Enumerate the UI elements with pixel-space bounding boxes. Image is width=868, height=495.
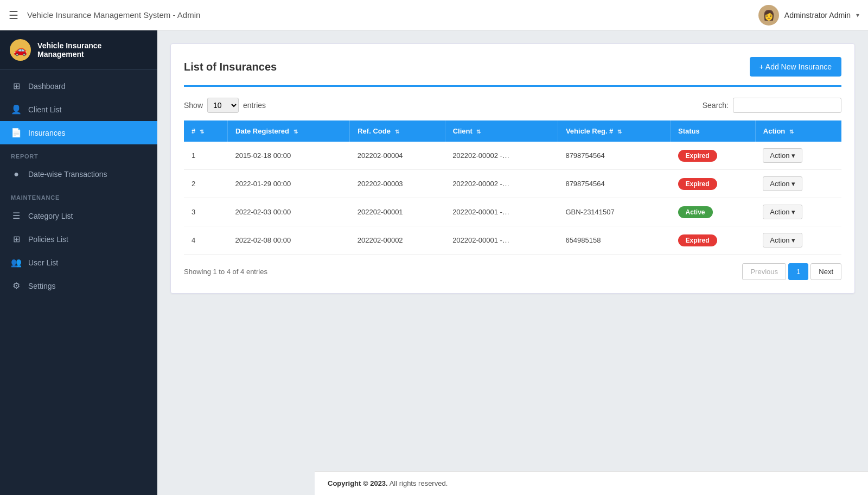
search-box: Search: — [703, 98, 841, 113]
previous-page-button[interactable]: Previous — [742, 263, 786, 280]
footer: Copyright © 2023. All rights reserved. — [315, 471, 868, 495]
action-button[interactable]: Action ▾ — [763, 176, 802, 191]
insurances-table: # ⇅ Date Registered ⇅ Ref. Code ⇅ Clie — [184, 120, 841, 255]
show-label: Show — [184, 101, 203, 110]
cell-action: Action ▾ — [755, 226, 841, 255]
sidebar-item-dashboard-label: Dashboard — [28, 82, 66, 91]
cell-action: Action ▾ — [755, 198, 841, 226]
user-menu[interactable]: 👩 Adminstrator Admin ▾ — [758, 5, 859, 26]
sidebar-item-settings[interactable]: ⚙ Settings — [0, 274, 157, 297]
brand-icon: 🚗 — [10, 39, 31, 61]
sidebar-brand: 🚗 Vehicle Insurance Management — [0, 30, 157, 70]
cell-vehicle-reg: 8798754564 — [558, 170, 670, 198]
cell-date-registered: 2022-01-29 00:00 — [228, 170, 350, 198]
table-header-row: # ⇅ Date Registered ⇅ Ref. Code ⇅ Clie — [184, 120, 841, 142]
cell-status: Expired — [671, 226, 756, 255]
page-title: List of Insurances — [184, 61, 277, 73]
user-dropdown-arrow-icon: ▾ — [856, 11, 859, 19]
cell-num: 1 — [184, 142, 228, 170]
sidebar-item-category-label: Category List — [28, 212, 73, 220]
cell-ref-code: 202202-00001 — [350, 198, 445, 226]
dropdown-arrow-icon: ▾ — [792, 208, 795, 216]
cell-vehicle-reg: 654985158 — [558, 226, 670, 255]
user-avatar: 👩 — [758, 5, 779, 26]
cell-date-registered: 2022-02-08 00:00 — [228, 226, 350, 255]
sidebar-item-date-wise-transactions[interactable]: ● Date-wise Transactions — [0, 163, 157, 186]
cell-action: Action ▾ — [755, 142, 841, 170]
action-button[interactable]: Action ▾ — [763, 233, 802, 248]
search-input[interactable] — [733, 98, 841, 113]
user-list-icon: 👥 — [11, 257, 22, 268]
entries-per-page-select[interactable]: 10 25 50 100 — [207, 98, 239, 113]
sidebar-item-policies-label: Policies List — [28, 235, 68, 244]
col-vehicle-reg[interactable]: Vehicle Reg. # ⇅ — [558, 120, 670, 142]
next-page-button[interactable]: Next — [810, 263, 841, 280]
sidebar-item-user-list[interactable]: 👥 User List — [0, 251, 157, 274]
menu-toggle-icon[interactable]: ☰ — [9, 9, 18, 22]
table-controls: Show 10 25 50 100 entries Search: — [184, 98, 841, 113]
action-button[interactable]: Action ▾ — [763, 205, 802, 219]
status-badge: Expired — [678, 234, 717, 246]
sidebar-item-dashboard[interactable]: ⊞ Dashboard — [0, 74, 157, 98]
table-row: 1 2015-02-18 00:00 202202-00004 202202-0… — [184, 142, 841, 170]
sidebar-item-insurances-label: Insurances — [28, 129, 65, 137]
cell-num: 3 — [184, 198, 228, 226]
main-content: List of Insurances + Add New Insurance S… — [157, 30, 868, 495]
content-card: List of Insurances + Add New Insurance S… — [170, 43, 855, 294]
cell-client: 202202-00002 -… — [445, 142, 558, 170]
content-area: List of Insurances + Add New Insurance S… — [157, 30, 868, 471]
sort-arrows-icon: ⇅ — [293, 129, 298, 135]
entries-info: Showing 1 to 4 of 4 entries — [184, 268, 267, 276]
cell-status: Active — [671, 198, 756, 226]
sort-arrows-icon: ⇅ — [476, 129, 481, 135]
col-action[interactable]: Action ⇅ — [755, 120, 841, 142]
status-badge: Expired — [678, 178, 717, 190]
page-header: List of Insurances + Add New Insurance — [184, 57, 841, 87]
pagination: Previous 1 Next — [742, 263, 841, 280]
sidebar-item-client-label: Client List — [28, 105, 61, 114]
col-status[interactable]: Status — [671, 120, 756, 142]
sidebar-item-insurances[interactable]: 📄 Insurances — [0, 121, 157, 144]
sort-arrows-icon: ⇅ — [395, 129, 399, 135]
sidebar-nav: ⊞ Dashboard 👤 Client List 📄 Insurances R… — [0, 70, 157, 495]
cell-action: Action ▾ — [755, 170, 841, 198]
cell-num: 4 — [184, 226, 228, 255]
cell-date-registered: 2022-02-03 00:00 — [228, 198, 350, 226]
app-title: Vehicle Insurance Management System - Ad… — [27, 10, 758, 20]
copyright-text: Copyright © 2023. — [328, 479, 388, 487]
add-new-insurance-button[interactable]: + Add New Insurance — [750, 57, 841, 77]
col-ref-code[interactable]: Ref. Code ⇅ — [350, 120, 445, 142]
action-button[interactable]: Action ▾ — [763, 148, 802, 163]
cell-num: 2 — [184, 170, 228, 198]
sidebar-item-user-label: User List — [28, 258, 58, 267]
cell-ref-code: 202202-00004 — [350, 142, 445, 170]
sidebar-item-settings-label: Settings — [28, 282, 56, 290]
dashboard-icon: ⊞ — [11, 81, 22, 91]
sidebar-item-category-list[interactable]: ☰ Category List — [0, 204, 157, 227]
sidebar-item-client-list[interactable]: 👤 Client List — [0, 98, 157, 121]
maintenance-section-title: Maintenance — [0, 186, 157, 204]
status-badge: Expired — [678, 150, 717, 162]
cell-client: 202202-00002 -… — [445, 170, 558, 198]
user-name: Adminstrator Admin — [784, 11, 851, 20]
brand-name: Vehicle Insurance Management — [37, 41, 148, 59]
sidebar: 🚗 Vehicle Insurance Management ⊞ Dashboa… — [0, 30, 157, 495]
dropdown-arrow-icon: ▾ — [792, 151, 795, 160]
cell-status: Expired — [671, 170, 756, 198]
dropdown-arrow-icon: ▾ — [792, 236, 795, 244]
col-date-registered[interactable]: Date Registered ⇅ — [228, 120, 350, 142]
category-icon: ☰ — [11, 211, 22, 221]
insurances-icon: 📄 — [11, 128, 22, 138]
settings-icon: ⚙ — [11, 281, 22, 291]
cell-vehicle-reg: 8798754564 — [558, 142, 670, 170]
table-row: 2 2022-01-29 00:00 202202-00003 202202-0… — [184, 170, 841, 198]
cell-client: 202202-00001 -… — [445, 226, 558, 255]
col-num[interactable]: # ⇅ — [184, 120, 228, 142]
policies-icon: ⊞ — [11, 234, 22, 244]
dropdown-arrow-icon: ▾ — [792, 180, 795, 188]
page-1-button[interactable]: 1 — [788, 263, 808, 280]
sort-arrows-icon: ⇅ — [617, 129, 622, 135]
status-badge: Active — [678, 206, 713, 218]
sidebar-item-policies-list[interactable]: ⊞ Policies List — [0, 227, 157, 251]
col-client[interactable]: Client ⇅ — [445, 120, 558, 142]
